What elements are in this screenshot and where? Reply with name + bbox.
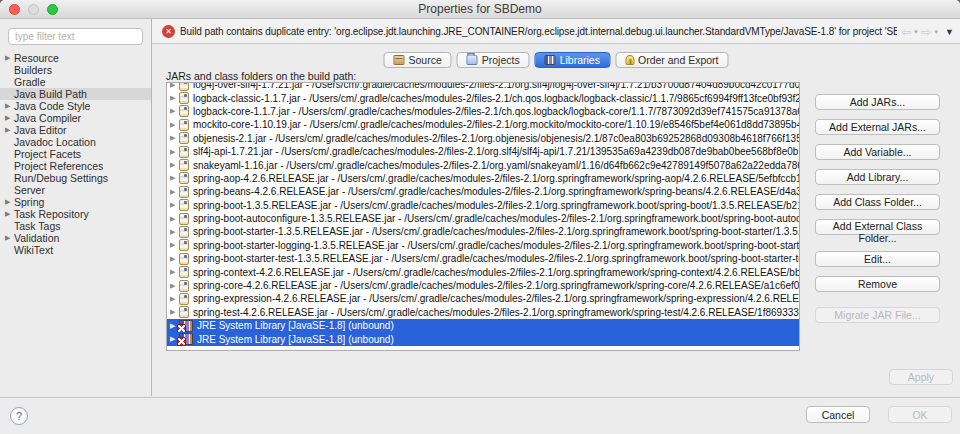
expand-arrow-icon[interactable]: ▶ [170,295,179,303]
expand-arrow-icon[interactable]: ▶ [170,107,179,115]
add-jars-button[interactable]: Add JARs... [815,94,940,110]
expand-arrow-icon[interactable]: ▶ [170,82,179,89]
filter-input[interactable] [8,28,143,45]
jar-list[interactable]: ▶ log4j-over-slf4j-1.7.21.jar - /Users/c… [166,82,800,351]
jar-icon [179,293,189,305]
jar-list-row[interactable]: ▶ spring-test-4.2.6.RELEASE.jar - /Users… [167,306,799,319]
jar-entry-text: spring-context-4.2.6.RELEASE.jar - /User… [193,267,799,278]
jar-list-row[interactable]: ▶ spring-boot-starter-logging-1.3.5.RELE… [167,239,799,252]
expand-arrow-icon[interactable]: ▶ [170,148,179,156]
jar-list-row[interactable]: ▶ logback-core-1.1.7.jar - /Users/cm/.gr… [167,105,799,118]
expand-arrow-icon[interactable]: ▶ [5,232,14,244]
sidebar-item-java-compiler[interactable]: ▶ Java Compiler [0,112,151,124]
jar-icon [179,172,189,184]
jar-list-row[interactable]: ▶ JRE System Library [JavaSE-1.8] (unbou… [167,319,799,332]
jar-entry-text: logback-core-1.1.7.jar - /Users/cm/.grad… [193,106,799,117]
sidebar-item-java-build-path[interactable]: ▶ Java Build Path [0,88,151,100]
jar-list-row[interactable]: ▶ slf4j-api-1.7.21.jar - /Users/cm/.grad… [167,145,799,158]
sidebar-item-wikitext[interactable]: ▶ WikiText [0,244,151,256]
close-button[interactable] [9,4,20,15]
view-menu-icon[interactable]: ▼ [945,27,954,37]
jar-list-row[interactable]: ▶ spring-boot-autoconfigure-1.3.5.RELEAS… [167,212,799,225]
jar-list-row[interactable]: ▶ JRE System Library [JavaSE-1.8] (unbou… [167,332,799,345]
sidebar-item-label: Java Code Style [14,100,90,112]
sidebar-item-server[interactable]: ▶ Server [0,184,151,196]
expand-arrow-icon[interactable]: ▶ [5,100,14,112]
sidebar-item-java-editor[interactable]: ▶ Java Editor [0,124,151,136]
tab-projects[interactable]: Projects [457,52,530,68]
tab-libraries[interactable]: Libraries [535,52,610,68]
edit-button[interactable]: Edit... [815,251,940,267]
sidebar-item-resource[interactable]: ▶ Resource [0,52,151,64]
remove-button[interactable]: Remove [815,276,940,292]
add-external-jars-button[interactable]: Add External JARs... [815,119,940,135]
apply-button[interactable]: Apply [889,369,953,385]
expand-arrow-icon[interactable]: ▶ [170,94,179,102]
expand-arrow-icon[interactable]: ▶ [170,255,179,263]
sidebar-item-validation[interactable]: ▶ Validation [0,232,151,244]
expand-arrow-icon[interactable]: ▶ [170,228,179,236]
jar-list-row[interactable]: ▶ log4j-over-slf4j-1.7.21.jar - /Users/c… [167,82,799,91]
add-class-folder-button[interactable]: Add Class Folder... [815,194,940,210]
expand-arrow-icon[interactable]: ▶ [170,188,179,196]
sidebar-item-label: Task Tags [14,220,61,232]
add-library-button[interactable]: Add Library... [815,169,940,185]
help-button[interactable]: ? [10,407,28,425]
jar-list-row[interactable]: ▶ spring-boot-starter-test-1.3.5.RELEASE… [167,252,799,265]
order-icon [625,55,634,65]
expand-arrow-icon[interactable]: ▶ [170,268,179,276]
add-variable-button[interactable]: Add Variable... [815,144,940,160]
jar-list-row[interactable]: ▶ spring-beans-4.2.6.RELEASE.jar - /User… [167,185,799,198]
expand-arrow-icon[interactable]: ▶ [170,161,179,169]
jar-list-row[interactable]: ▶ objenesis-2.1.jar - /Users/cm/.gradle/… [167,132,799,145]
sidebar-item-java-code-style[interactable]: ▶ Java Code Style [0,100,151,112]
expand-arrow-icon[interactable]: ▶ [5,124,14,136]
cancel-button[interactable]: Cancel [806,406,870,423]
jar-list-row[interactable]: ▶ spring-core-4.2.6.RELEASE.jar - /Users… [167,279,799,292]
migrate-jar-file-button[interactable]: Migrate JAR File... [815,307,940,323]
expand-arrow-icon[interactable]: ▶ [170,308,179,316]
jar-list-row[interactable]: ▶ mockito-core-1.10.19.jar - /Users/cm/.… [167,118,799,131]
expand-arrow-icon[interactable]: ▶ [5,52,14,64]
back-arrow-icon[interactable]: ⇦ [901,26,911,38]
expand-arrow-icon[interactable]: ▶ [5,208,14,220]
properties-sidebar: ▶ Resource ▶ Builders ▶ Gradle ▶ Java Bu… [0,19,152,396]
expand-arrow-icon[interactable]: ▶ [170,282,179,290]
expand-arrow-icon[interactable]: ▶ [5,196,14,208]
add-external-class-folder-button[interactable]: Add External Class Folder... [815,219,940,235]
expand-arrow-icon[interactable]: ▶ [170,241,179,249]
sidebar-item-gradle[interactable]: ▶ Gradle [0,76,151,88]
expand-arrow-icon[interactable]: ▶ [170,121,179,129]
tab-label: Projects [482,54,520,66]
sidebar-item-javadoc-location[interactable]: ▶ Javadoc Location [0,136,151,148]
jar-list-row[interactable]: ▶ spring-expression-4.2.6.RELEASE.jar - … [167,292,799,305]
tab-order-and-export[interactable]: Order and Export [615,52,729,68]
sidebar-item-project-references[interactable]: ▶ Project References [0,160,151,172]
expand-arrow-icon[interactable]: ▶ [170,134,179,142]
forward-dropdown-icon[interactable]: ▼ [933,29,939,35]
expand-arrow-icon[interactable]: ▶ [170,215,179,223]
forward-arrow-icon[interactable]: ⇨ [921,26,931,38]
sidebar-item-task-repository[interactable]: ▶ Task Repository [0,208,151,220]
jar-list-row[interactable]: ▶ snakeyaml-1.16.jar - /Users/cm/.gradle… [167,158,799,171]
expand-arrow-icon[interactable]: ▶ [170,201,179,209]
zoom-button[interactable] [47,4,58,15]
jar-list-row[interactable]: ▶ logback-classic-1.1.7.jar - /Users/cm/… [167,91,799,104]
jar-list-row[interactable]: ▶ spring-boot-1.3.5.RELEASE.jar - /Users… [167,199,799,212]
back-dropdown-icon[interactable]: ▼ [913,29,919,35]
title-bar[interactable]: Properties for SBDemo [0,0,960,19]
sidebar-item-project-facets[interactable]: ▶ Project Facets [0,148,151,160]
tab-source[interactable]: Source [383,52,451,68]
ok-button[interactable]: OK [888,406,952,423]
jar-icon [179,159,189,171]
expand-arrow-icon[interactable]: ▶ [170,174,179,182]
sidebar-item-task-tags[interactable]: ▶ Task Tags [0,220,151,232]
jar-list-row[interactable]: ▶ spring-boot-starter-1.3.5.RELEASE.jar … [167,225,799,238]
sidebar-item-label: Project Facets [14,148,81,160]
jar-list-row[interactable]: ▶ spring-aop-4.2.6.RELEASE.jar - /Users/… [167,172,799,185]
expand-arrow-icon[interactable]: ▶ [5,112,14,124]
jar-list-row[interactable]: ▶ spring-context-4.2.6.RELEASE.jar - /Us… [167,265,799,278]
sidebar-item-run-debug-settings[interactable]: ▶ Run/Debug Settings [0,172,151,184]
sidebar-item-builders[interactable]: ▶ Builders [0,64,151,76]
sidebar-item-spring[interactable]: ▶ Spring [0,196,151,208]
